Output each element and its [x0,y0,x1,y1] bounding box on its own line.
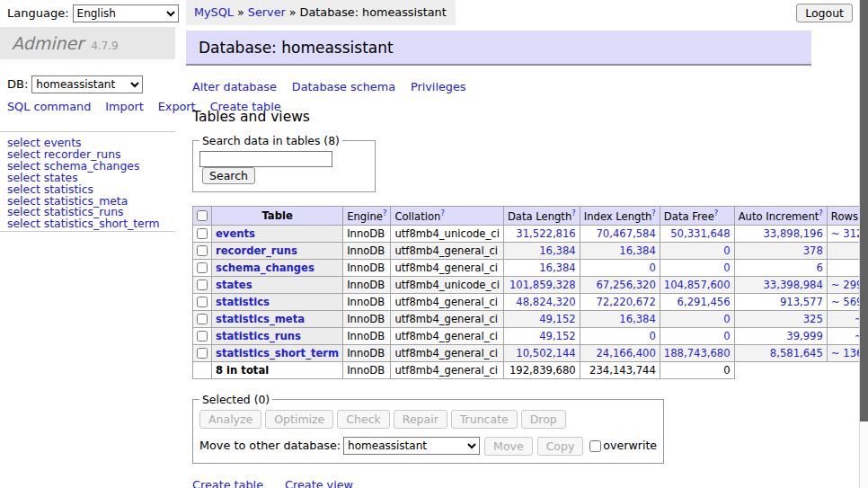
index-length-cell-link[interactable]: 67,256,320 [596,279,655,291]
index-length-cell-link[interactable]: 16,384 [619,244,656,257]
table-name-link[interactable]: events [216,227,255,240]
engine-cell: InnoDB [343,293,391,310]
database-nav-link[interactable]: Database schema [292,80,395,93]
row-checkbox[interactable] [197,297,208,307]
auto-increment-cell-link[interactable]: 33,398,984 [763,279,822,291]
index-length-cell-link[interactable]: 24,166,400 [596,347,655,359]
table-name-link[interactable]: statistics_short_term [216,347,339,359]
create-link[interactable]: Create table [192,478,263,488]
auto-increment-cell-link[interactable]: 325 [803,313,823,325]
auto-increment-cell-link[interactable]: 6 [816,262,822,274]
index-length-cell-link[interactable]: 70,467,584 [596,227,655,240]
create-link[interactable]: Create view [285,478,353,488]
breadcrumb-server-link[interactable]: Server [248,5,286,19]
data-free-cell-link[interactable]: 0 [723,330,730,342]
data-free-cell-link[interactable]: 0 [723,262,730,274]
sidebar-link[interactable]: SQL command [7,100,91,113]
copy-button[interactable]: Copy [537,437,584,456]
table-name-cell: statistics_runs [212,327,343,344]
selected-op-button-check[interactable]: Check [337,410,389,429]
db-selector-row: DB: homeassistant [7,75,143,93]
row-select-cell [193,293,212,310]
data-free-cell: 188,743,680 [660,344,734,361]
auto-increment-cell: 325 [734,310,827,327]
total-engine: InnoDB [343,361,391,378]
tables-body: eventsInnoDButf8mb4_unicode_ci31,522,816… [193,225,868,361]
database-nav-link[interactable]: Alter database [192,80,277,93]
overwrite-checkbox[interactable] [589,440,601,452]
row-select-cell [193,242,212,259]
overwrite-label-wrap: overwrite [589,439,657,452]
breadcrumb-mysql-link[interactable]: MySQL [194,5,234,19]
selected-op-button-optimize[interactable]: Optimize [265,410,333,429]
column-header-label: Index Length [584,210,652,223]
column-help-link[interactable]: ? [383,209,387,217]
row-checkbox[interactable] [197,262,208,273]
row-checkbox[interactable] [197,228,208,239]
database-nav-link[interactable]: Privileges [411,80,466,93]
vertical-scrollbar[interactable] [859,0,868,488]
sidebar-table-select-link[interactable]: select statistics_short_term [7,218,160,230]
index-length-cell-link[interactable]: 72,220,672 [596,296,655,308]
move-button[interactable]: Move [484,437,533,456]
table-name-cell: events [212,225,343,242]
select-all-checkbox[interactable] [197,210,208,221]
column-help-link[interactable]: ? [440,209,445,217]
table-name-link[interactable]: recorder_runs [216,244,297,257]
row-checkbox[interactable] [197,314,208,324]
data-free-cell-link[interactable]: 104,857,600 [664,279,731,291]
auto-increment-cell-link[interactable]: 39,999 [786,330,823,342]
auto-increment-cell-link[interactable]: 913,577 [780,296,823,308]
row-select-cell [193,225,212,242]
row-checkbox[interactable] [197,331,208,342]
data-length-cell-link[interactable]: 48,824,320 [516,296,575,308]
column-header: Auto Increment? [734,207,827,226]
table-name-link[interactable]: statistics_meta [216,313,305,325]
selected-op-button-analyze[interactable]: Analyze [199,410,261,429]
auto-increment-cell: 39,999 [734,327,827,344]
data-free-cell-link[interactable]: 0 [723,244,730,257]
data-free-cell-link[interactable]: 6,291,456 [678,296,731,308]
column-help-link[interactable]: ? [571,209,576,217]
column-help: ? [383,209,387,217]
move-db-select[interactable]: homeassistant [343,437,480,455]
auto-increment-cell: 913,577 [734,293,827,310]
index-length-cell-link[interactable]: 16,384 [619,313,656,325]
data-length-cell-link[interactable]: 10,502,144 [516,347,575,359]
table-name-link[interactable]: states [216,279,252,291]
selected-op-button-repair[interactable]: Repair [394,410,447,429]
index-length-cell: 0 [580,327,660,344]
auto-increment-cell-link[interactable]: 33,898,196 [763,227,822,240]
index-length-cell-link[interactable]: 0 [649,262,655,274]
index-length-cell-link[interactable]: 0 [649,330,655,342]
column-help-link[interactable]: ? [651,209,656,217]
row-checkbox[interactable] [197,245,208,256]
row-checkbox[interactable] [197,348,208,359]
row-checkbox[interactable] [197,279,208,290]
search-button[interactable]: Search [202,167,255,184]
data-length-cell-link[interactable]: 49,152 [539,313,576,325]
table-name-link[interactable]: statistics_runs [216,330,301,342]
data-free-cell-link[interactable]: 188,743,680 [664,347,731,359]
data-free-cell-link[interactable]: 0 [723,313,730,325]
selected-op-button-drop[interactable]: Drop [521,410,566,429]
sidebar-link[interactable]: Import [105,100,143,113]
db-select[interactable]: homeassistant [31,75,143,93]
data-length-cell-link[interactable]: 16,384 [539,262,576,274]
data-length-cell-link[interactable]: 31,522,816 [516,227,575,240]
data-length-cell-link[interactable]: 101,859,328 [509,279,576,291]
data-length-cell-link[interactable]: 16,384 [539,244,576,257]
engine-cell: InnoDB [343,327,391,344]
table-name-link[interactable]: schema_changes [216,262,314,274]
selected-op-button-truncate[interactable]: Truncate [451,410,518,429]
auto-increment-cell-link[interactable]: 8,581,645 [770,347,823,359]
search-input[interactable] [199,151,332,167]
scrollbar-thumb[interactable] [860,0,868,421]
auto-increment-cell-link[interactable]: 378 [803,244,823,257]
column-help-link[interactable]: ? [819,209,823,217]
data-length-cell-link[interactable]: 49,152 [539,330,576,342]
auto-increment-cell: 33,398,984 [734,276,827,293]
column-help-link[interactable]: ? [714,209,719,217]
table-name-link[interactable]: statistics [216,296,270,308]
data-free-cell-link[interactable]: 50,331,648 [670,227,730,240]
